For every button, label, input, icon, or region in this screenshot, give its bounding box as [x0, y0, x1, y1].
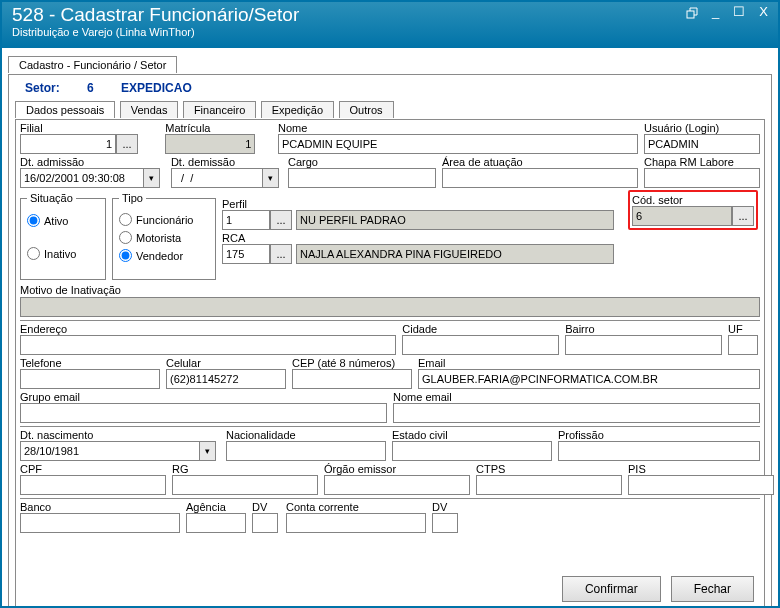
- nomeemail-input[interactable]: [393, 403, 760, 423]
- label-codsetor: Cód. setor: [632, 194, 754, 206]
- tab-financeiro[interactable]: Financeiro: [183, 101, 256, 118]
- label-dv1: DV: [252, 501, 280, 513]
- email-input[interactable]: [418, 369, 760, 389]
- radio-motorista[interactable]: Motorista: [119, 231, 209, 244]
- label-celular: Celular: [166, 357, 286, 369]
- label-dtdem: Dt. demissão: [171, 156, 282, 168]
- label-estadocivil: Estado civil: [392, 429, 552, 441]
- matricula-field: 1: [165, 134, 255, 154]
- radio-funcionario[interactable]: Funcionário: [119, 213, 209, 226]
- setor-header: Setor: 6 EXPEDICAO: [15, 79, 765, 97]
- rg-input[interactable]: [172, 475, 318, 495]
- cargo-input[interactable]: [288, 168, 436, 188]
- chapa-input[interactable]: [644, 168, 760, 188]
- dtnasc-input[interactable]: [20, 441, 200, 461]
- label-rg: RG: [172, 463, 318, 475]
- dtadm-input[interactable]: [20, 168, 144, 188]
- restore-icon[interactable]: [682, 4, 702, 19]
- tab-outros[interactable]: Outros: [339, 101, 394, 118]
- label-matricula: Matrícula: [165, 122, 272, 134]
- tab-dados-pessoais[interactable]: Dados pessoais: [15, 101, 115, 118]
- bairro-input[interactable]: [565, 335, 722, 355]
- perfil-desc: NU PERFIL PADRAO: [296, 210, 614, 230]
- label-ctps: CTPS: [476, 463, 622, 475]
- label-dtadm: Dt. admissão: [20, 156, 165, 168]
- label-banco: Banco: [20, 501, 180, 513]
- label-grupoemail: Grupo email: [20, 391, 387, 403]
- label-uf: UF: [728, 323, 760, 335]
- codsetor-lookup-button[interactable]: ...: [732, 206, 754, 226]
- telefone-input[interactable]: [20, 369, 160, 389]
- area-input[interactable]: [442, 168, 638, 188]
- radio-inativo[interactable]: Inativo: [27, 247, 99, 260]
- tab-cadastro[interactable]: Cadastro - Funcionário / Setor: [8, 56, 177, 73]
- endereco-input[interactable]: [20, 335, 396, 355]
- dtdem-dropdown-icon[interactable]: ▾: [263, 168, 279, 188]
- label-cidade: Cidade: [402, 323, 559, 335]
- rca-input[interactable]: [222, 244, 270, 264]
- filial-lookup-button[interactable]: ...: [116, 134, 138, 154]
- motivo-field: [20, 297, 760, 317]
- label-perfil: Perfil: [222, 198, 622, 210]
- label-email: Email: [418, 357, 760, 369]
- cpf-input[interactable]: [20, 475, 166, 495]
- label-bairro: Bairro: [565, 323, 722, 335]
- dtdem-input[interactable]: [171, 168, 263, 188]
- label-orgao: Órgão emissor: [324, 463, 470, 475]
- label-area: Área de atuação: [442, 156, 638, 168]
- cep-input[interactable]: [292, 369, 412, 389]
- label-cep: CEP (até 8 números): [292, 357, 412, 369]
- label-nome: Nome: [278, 122, 638, 134]
- tab-expedicao[interactable]: Expedição: [261, 101, 334, 118]
- label-telefone: Telefone: [20, 357, 160, 369]
- tab-vendas[interactable]: Vendas: [120, 101, 179, 118]
- label-usuario: Usuário (Login): [644, 122, 760, 134]
- banco-input[interactable]: [20, 513, 180, 533]
- label-tipo: Tipo: [119, 192, 146, 204]
- grupoemail-input[interactable]: [20, 403, 387, 423]
- codsetor-field[interactable]: 6: [632, 206, 732, 226]
- label-profissao: Profissão: [558, 429, 760, 441]
- label-nacionalidade: Nacionalidade: [226, 429, 386, 441]
- window-subtitle: Distribuição e Varejo (Linha WinThor): [12, 26, 768, 38]
- dv2-input[interactable]: [432, 513, 458, 533]
- rca-desc: NAJLA ALEXANDRA PINA FIGUEIREDO: [296, 244, 614, 264]
- label-dv2: DV: [432, 501, 460, 513]
- filial-input[interactable]: [20, 134, 116, 154]
- cidade-input[interactable]: [402, 335, 559, 355]
- rca-lookup-button[interactable]: ...: [270, 244, 292, 264]
- conta-input[interactable]: [286, 513, 426, 533]
- radio-vendedor[interactable]: Vendedor: [119, 249, 209, 262]
- confirmar-button[interactable]: Confirmar: [562, 576, 661, 602]
- minimize-icon[interactable]: _: [708, 4, 723, 19]
- ctps-input[interactable]: [476, 475, 622, 495]
- perfil-lookup-button[interactable]: ...: [270, 210, 292, 230]
- label-nomeemail: Nome email: [393, 391, 760, 403]
- estadocivil-input[interactable]: [392, 441, 552, 461]
- dv1-input[interactable]: [252, 513, 278, 533]
- title-bar: 528 - Cadastrar Funcionário/Setor Distri…: [2, 2, 778, 48]
- label-situacao: Situação: [27, 192, 76, 204]
- label-chapa: Chapa RM Labore: [644, 156, 760, 168]
- uf-input[interactable]: [728, 335, 758, 355]
- label-cpf: CPF: [20, 463, 166, 475]
- close-icon[interactable]: X: [755, 4, 772, 19]
- svg-rect-0: [687, 11, 694, 18]
- maximize-icon[interactable]: ☐: [729, 4, 749, 19]
- fechar-button[interactable]: Fechar: [671, 576, 754, 602]
- label-pis: PIS: [628, 463, 774, 475]
- celular-input[interactable]: [166, 369, 286, 389]
- profissao-input[interactable]: [558, 441, 760, 461]
- label-conta: Conta corrente: [286, 501, 426, 513]
- radio-ativo[interactable]: Ativo: [27, 214, 99, 227]
- usuario-input[interactable]: [644, 134, 760, 154]
- orgao-input[interactable]: [324, 475, 470, 495]
- perfil-input[interactable]: [222, 210, 270, 230]
- nome-input[interactable]: [278, 134, 638, 154]
- agencia-input[interactable]: [186, 513, 246, 533]
- dtadm-dropdown-icon[interactable]: ▾: [144, 168, 160, 188]
- dtnasc-dropdown-icon[interactable]: ▾: [200, 441, 216, 461]
- pis-input[interactable]: [628, 475, 774, 495]
- nacionalidade-input[interactable]: [226, 441, 386, 461]
- window-title: 528 - Cadastrar Funcionário/Setor: [12, 4, 768, 26]
